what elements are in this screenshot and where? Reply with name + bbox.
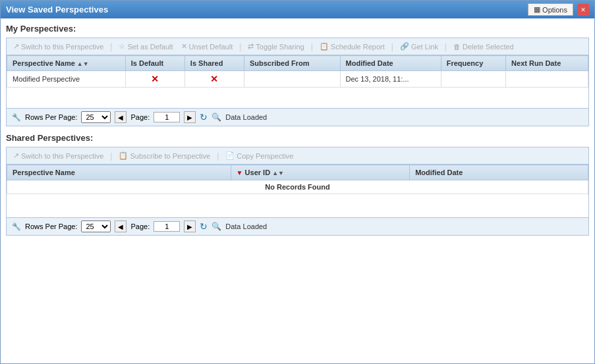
shared-col-header-modified-date: Modified Date	[410, 165, 588, 180]
col-header-modified-date: Modified Date	[340, 56, 441, 71]
col-header-is-shared: Is Shared	[184, 56, 244, 71]
switch-perspective-button[interactable]: ↗ Switch to this Perspective	[11, 41, 106, 52]
filter-icon: ▼	[237, 169, 243, 176]
page-input[interactable]	[154, 112, 180, 122]
unset-default-button[interactable]: ✕ Unset Default	[179, 41, 236, 52]
get-link-button[interactable]: 🔗 Get Link	[397, 41, 441, 52]
shared-perspectives-pagination: 🔧 Rows Per Page: 25 50 100 ◀ Page: ▶ ↻ 🔍…	[7, 217, 588, 235]
share-icon: ⇄	[248, 42, 254, 51]
x-mark-default: ✕	[151, 74, 159, 84]
shared-rows-per-page-label: Rows Per Page:	[25, 222, 77, 230]
subscribe-perspective-button[interactable]: 📋 Subscribe to Perspective	[116, 150, 213, 161]
col-header-subscribed-from: Subscribed From	[244, 56, 340, 71]
calendar-icon: 📋	[320, 42, 329, 51]
my-perspectives-table: Perspective Name ▲▼ Is Default Is Shared…	[7, 55, 588, 88]
my-perspectives-table-area: Perspective Name ▲▼ Is Default Is Shared…	[7, 55, 588, 108]
data-loaded-label: Data Loaded	[225, 113, 267, 121]
options-button[interactable]: ▦ Options	[528, 3, 573, 16]
set-default-button[interactable]: ☆ Set as Default	[116, 41, 175, 52]
shared-key-icon: 🔧	[12, 222, 21, 231]
shared-switch-icon: ↗	[13, 151, 19, 160]
shared-switch-perspective-button[interactable]: ↗ Switch to this Perspective	[11, 150, 106, 161]
shared-perspectives-table-area: Perspective Name ▼ User ID ▲▼ Modified D…	[7, 165, 588, 217]
my-perspectives-pagination: 🔧 Rows Per Page: 25 50 100 ◀ Page: ▶ ↻ 🔍…	[7, 108, 588, 126]
x-mark-shared: ✕	[210, 74, 218, 84]
key-icon: 🔧	[12, 113, 21, 122]
no-records-label: No Records Found	[7, 180, 588, 194]
cell-subscribed-from	[244, 71, 340, 88]
col-header-next-run-date: Next Run Date	[506, 56, 588, 71]
refresh-button[interactable]: ↻	[200, 112, 208, 122]
shared-perspectives-section: ↗ Switch to this Perspective | 📋 Subscri…	[6, 147, 589, 236]
delete-icon: 🗑	[453, 43, 461, 51]
cell-frequency	[441, 71, 505, 88]
cell-modified-date: Dec 13, 2018, 11:...	[340, 71, 441, 88]
shared-perspectives-header-row: Perspective Name ▼ User ID ▲▼ Modified D…	[7, 165, 588, 180]
copy-perspective-button[interactable]: 📄 Copy Perspective	[223, 150, 296, 161]
schedule-report-button[interactable]: 📋 Schedule Report	[317, 41, 387, 52]
close-button[interactable]: ×	[577, 4, 589, 16]
shared-col-header-user-id: ▼ User ID ▲▼	[231, 165, 410, 180]
page-label: Page:	[130, 113, 150, 121]
star-icon: ☆	[119, 42, 125, 51]
sort-icon-user-id: ▲▼	[272, 170, 284, 176]
col-header-is-default: Is Default	[125, 56, 184, 71]
shared-refresh-button[interactable]: ↻	[200, 221, 208, 232]
table-row[interactable]: Modified Perspective ✕ ✕ Dec 13, 2018, 1…	[7, 71, 588, 88]
window-title: View Saved Perspectives	[6, 5, 108, 14]
rows-per-page-select[interactable]: 25 50 100	[81, 111, 111, 123]
cell-is-shared: ✕	[184, 71, 244, 88]
shared-prev-page-button[interactable]: ◀	[115, 221, 127, 232]
no-records-row: No Records Found	[7, 180, 588, 194]
my-perspectives-title: My Perspectives:	[6, 24, 589, 34]
shared-page-label: Page:	[130, 222, 150, 230]
switch-icon: ↗	[13, 42, 19, 51]
shared-perspectives-table: Perspective Name ▼ User ID ▲▼ Modified D…	[7, 165, 588, 194]
delete-selected-button[interactable]: 🗑 Delete Selected	[451, 41, 517, 52]
link-icon: 🔗	[400, 42, 409, 51]
my-perspectives-header-row: Perspective Name ▲▼ Is Default Is Shared…	[7, 56, 588, 71]
col-header-perspective-name: Perspective Name ▲▼	[7, 56, 126, 71]
sort-icon-name: ▲▼	[77, 61, 89, 67]
shared-perspectives-title: Shared Perspectives:	[6, 133, 589, 143]
col-header-frequency: Frequency	[441, 56, 505, 71]
my-perspectives-section: ↗ Switch to this Perspective | ☆ Set as …	[6, 38, 589, 126]
cell-is-default: ✕	[125, 71, 184, 88]
unstar-icon: ✕	[181, 42, 187, 51]
main-content: My Perspectives: ↗ Switch to this Perspe…	[1, 18, 594, 363]
shared-rows-per-page-select[interactable]: 25 50 100	[81, 221, 111, 232]
prev-page-button[interactable]: ◀	[115, 111, 127, 123]
shared-next-page-button[interactable]: ▶	[184, 221, 196, 232]
main-window: View Saved Perspectives ▦ Options × My P…	[0, 0, 595, 364]
shared-page-input[interactable]	[154, 221, 180, 232]
shared-search-button[interactable]: 🔍	[212, 222, 221, 231]
rows-per-page-label: Rows Per Page:	[25, 113, 77, 121]
title-bar-controls: ▦ Options ×	[528, 3, 589, 16]
title-bar: View Saved Perspectives ▦ Options ×	[1, 1, 594, 18]
subscribe-icon: 📋	[119, 151, 128, 160]
cell-next-run-date	[506, 71, 588, 88]
shared-data-loaded-label: Data Loaded	[225, 222, 267, 230]
copy-icon: 📄	[225, 151, 235, 160]
cell-perspective-name: Modified Perspective	[7, 71, 126, 88]
grid-icon: ▦	[534, 5, 540, 14]
next-page-button[interactable]: ▶	[184, 111, 196, 123]
my-perspectives-toolbar: ↗ Switch to this Perspective | ☆ Set as …	[7, 38, 588, 55]
search-button[interactable]: 🔍	[212, 113, 221, 122]
shared-perspectives-toolbar: ↗ Switch to this Perspective | 📋 Subscri…	[7, 147, 588, 165]
toggle-sharing-button[interactable]: ⇄ Toggle Sharing	[245, 41, 306, 52]
shared-col-header-perspective-name: Perspective Name	[7, 165, 231, 180]
